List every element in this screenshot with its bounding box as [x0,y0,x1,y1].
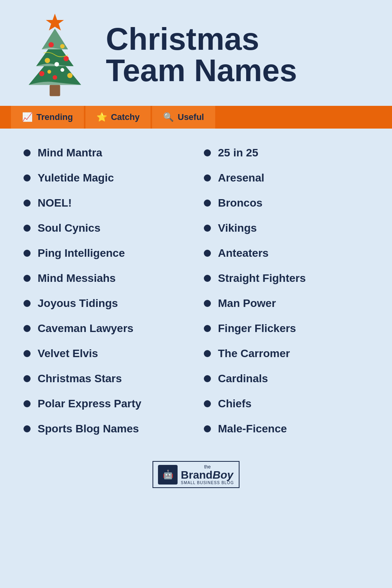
team-names-section: Mind Mantra25 in 25Yuletide MagicAresena… [0,129,392,449]
svg-point-14 [47,70,51,74]
search-icon: 🔍 [163,112,174,122]
christmas-tree-image [12,12,98,98]
title-block: Christmas Team Names [106,24,376,86]
bullet-icon [24,325,31,332]
bullet-icon [204,425,211,432]
svg-point-6 [49,42,54,47]
list-item: The Carromer [204,341,376,366]
team-name-text: Christmas Stars [38,372,122,385]
list-item: Ping Intelligence [24,241,196,266]
bullet-icon [24,400,31,407]
list-item: Man Power [204,291,376,316]
svg-point-13 [53,75,57,80]
team-name-text: Mind Mantra [38,147,102,159]
svg-point-11 [39,71,44,76]
list-item: Chiefs [204,391,376,416]
list-item: NOEL! [24,191,196,216]
header-section: Christmas Team Names [0,0,392,106]
team-name-text: Ping Intelligence [38,247,125,260]
bullet-icon [204,350,211,357]
svg-point-15 [60,68,64,72]
list-item: Cardinals [204,366,376,391]
useful-label: Useful [178,112,204,122]
svg-marker-0 [46,14,64,31]
team-name-text: Broncos [218,197,263,209]
svg-point-7 [60,44,64,48]
team-name-text: Chiefs [218,397,252,410]
trending-icon: 📈 [22,112,33,122]
team-name-text: The Carromer [218,347,290,360]
list-item: Mind Mantra [24,140,196,165]
catchy-label: Catchy [111,112,140,122]
list-item: Finger Flickers [204,316,376,341]
trending-label: Trending [36,112,73,122]
svg-rect-5 [50,85,60,96]
team-name-text: Caveman Lawyers [38,322,133,335]
bullet-icon [24,300,31,307]
team-name-text: Man Power [218,297,276,310]
page-title: Christmas Team Names [106,24,376,86]
team-name-text: Yuletide Magic [38,172,114,184]
bullet-icon [24,375,31,382]
brand-mascot-icon: 🤖 [158,465,178,485]
bullet-icon [204,200,211,207]
bullet-icon [204,250,211,257]
useful-button[interactable]: 🔍 Useful [152,106,215,129]
navigation-bar: 📈 Trending ⭐ Catchy 🔍 Useful [0,106,392,129]
bullet-icon [204,174,211,181]
list-item: Anteaters [204,241,376,266]
bullet-icon [204,300,211,307]
brand-subtitle: SMALL BUSINESS BLOG [181,481,234,485]
list-item: Polar Express Party [24,391,196,416]
svg-marker-3 [29,53,81,85]
nav-remainder [217,106,392,129]
list-item: Mind Messiahs [24,266,196,291]
list-item: Caveman Lawyers [24,316,196,341]
brand-name-text: BrandBoy [181,470,234,481]
list-item: Straight Fighters [204,266,376,291]
star-icon: ⭐ [96,112,107,122]
bullet-icon [24,275,31,282]
svg-point-12 [67,73,73,78]
team-name-text: Mind Messiahs [38,272,116,285]
team-name-text: Polar Express Party [38,397,142,410]
bullet-icon [24,174,31,181]
team-name-text: Velvet Elvis [38,347,98,360]
bullet-icon [24,250,31,257]
brand-text: the BrandBoy SMALL BUSINESS BLOG [181,464,234,485]
list-item: Joyous Tidings [24,291,196,316]
catchy-button[interactable]: ⭐ Catchy [85,106,151,129]
footer-section: 🤖 the BrandBoy SMALL BUSINESS BLOG [0,449,392,496]
list-item: Broncos [204,191,376,216]
team-name-text: Joyous Tidings [38,297,118,310]
bullet-icon [24,350,31,357]
team-name-text: Straight Fighters [218,272,306,285]
list-item: Vikings [204,216,376,241]
list-item: Male-Ficence [204,416,376,441]
team-name-text: Sports Blog Names [38,423,139,435]
team-name-text: Male-Ficence [218,423,287,435]
trending-button[interactable]: 📈 Trending [11,106,84,129]
bullet-icon [24,425,31,432]
bullet-icon [24,149,31,156]
team-name-text: Anteaters [218,247,269,260]
list-item: 25 in 25 [204,140,376,165]
team-name-text: NOEL! [38,197,72,209]
list-item: Aresenal [204,165,376,191]
team-name-text: Finger Flickers [218,322,296,335]
team-name-text: Aresenal [218,172,264,184]
bullet-icon [204,275,211,282]
list-item: Velvet Elvis [24,341,196,366]
list-item: Yuletide Magic [24,165,196,191]
bullet-icon [24,225,31,232]
bullet-icon [204,375,211,382]
list-item: Sports Blog Names [24,416,196,441]
team-names-grid: Mind Mantra25 in 25Yuletide MagicAresena… [24,140,376,441]
team-name-text: Vikings [218,222,257,234]
bullet-icon [204,149,211,156]
bullet-icon [24,200,31,207]
bullet-icon [204,225,211,232]
list-item: Christmas Stars [24,366,196,391]
bullet-icon [204,325,211,332]
bullet-icon [204,400,211,407]
